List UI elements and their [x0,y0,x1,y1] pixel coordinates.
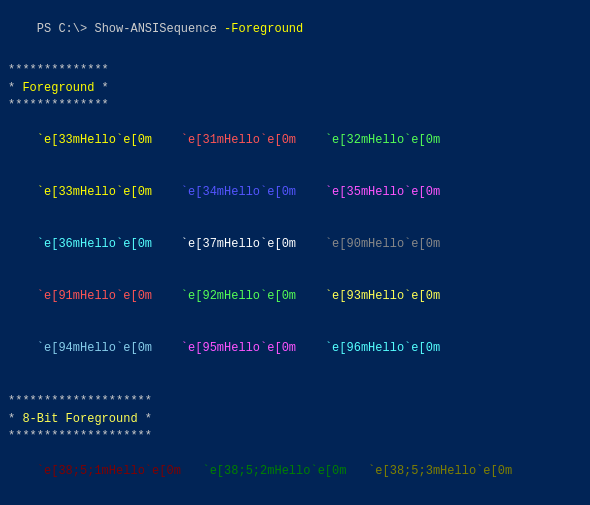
8bit-cell: `e[38;5;3mHello`e[0m [368,464,512,478]
fg-cell: `e[90mHello`e[0m [325,237,440,251]
fg-row-3: `e[36mHello`e[0m `e[37mHello`e[0m `e[90m… [8,219,582,271]
prompt: PS C:\> [37,22,87,36]
fg-row-1: `e[33mHello`e[0m `e[31mHello`e[0m `e[32m… [8,114,582,166]
fg-cell: `e[32mHello`e[0m [325,133,440,147]
fg-cell: `e[95mHello`e[0m [181,341,296,355]
8bit-row-1: `e[38;5;1mHello`e[0m `e[38;5;2mHello`e[0… [8,445,582,497]
fg-row-4: `e[91mHello`e[0m `e[92mHello`e[0m `e[93m… [8,271,582,323]
fg-cell: `e[31mHello`e[0m [181,133,296,147]
8bit-cell: `e[38;5;1mHello`e[0m [37,464,181,478]
fg-cell: `e[37mHello`e[0m [181,237,296,251]
8bit-row-2: `e[38;5;4mHello`e[0m `e[38;5;5mHello`e[0… [8,498,582,505]
command-line: PS C:\> Show-ANSISequence -Foreground [8,4,582,56]
flag: -Foreground [224,22,303,36]
fg-cell: `e[36mHello`e[0m [37,237,152,251]
section2-divider1: ******************** [8,393,582,410]
section2-divider2: ******************** [8,428,582,445]
fg-cell: `e[34mHello`e[0m [181,185,296,199]
fg-cell: `e[94mHello`e[0m [37,341,152,355]
terminal: PS C:\> Show-ANSISequence -Foreground **… [8,4,582,505]
fg-cell: `e[35mHello`e[0m [325,185,440,199]
fg-cell: `e[33mHello`e[0m [37,185,152,199]
fg-row-5: `e[94mHello`e[0m `e[95mHello`e[0m `e[96m… [8,323,582,375]
8bit-cell: `e[38;5;2mHello`e[0m [202,464,346,478]
section1-divider1: ************** [8,62,582,79]
fg-row-2: `e[33mHello`e[0m `e[34mHello`e[0m `e[35m… [8,167,582,219]
fg-cell: `e[33mHello`e[0m [37,133,152,147]
command: Show-ANSISequence [87,22,224,36]
section1-divider2: ************** [8,97,582,114]
fg-cell: `e[92mHello`e[0m [181,289,296,303]
fg-cell: `e[93mHello`e[0m [325,289,440,303]
fg-cell: `e[91mHello`e[0m [37,289,152,303]
section2-title: * 8-Bit Foreground * [8,411,582,428]
fg-cell: `e[96mHello`e[0m [325,341,440,355]
section1-title: * Foreground * [8,80,582,97]
